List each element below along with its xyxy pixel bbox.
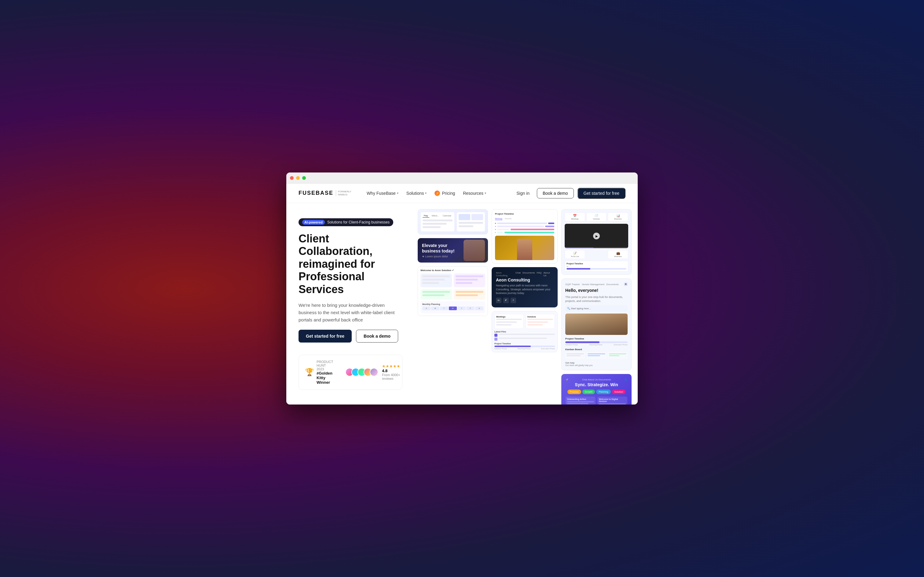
sync-content-grid: Onboarding Arthur Welcome to Digital Hor… xyxy=(565,396,627,405)
grid-cell xyxy=(420,289,452,300)
video-progress xyxy=(565,247,628,248)
logo-text: FUSEBASE xyxy=(299,190,333,196)
nav-resources[interactable]: Resources ▾ xyxy=(460,189,489,198)
sign-in-button[interactable]: Sign in xyxy=(513,189,533,198)
grid-cell xyxy=(454,274,485,287)
mini-nav-item: Play xyxy=(423,214,429,218)
screenshot-video-portal: 📅 Meetings 📄 Invoices 📊 Business xyxy=(561,209,632,275)
ai-badge: AI-powered Solutions for Client-Facing b… xyxy=(299,218,393,226)
video-player[interactable]: ▶ xyxy=(565,224,628,248)
elevate-title: Elevate yourbusiness today! xyxy=(422,243,484,254)
content-line xyxy=(459,222,483,224)
hello-title: Hello, everyone! xyxy=(565,288,628,293)
nav-why-fusebase[interactable]: Why FuseBase ▾ xyxy=(363,189,402,198)
social-proof: 🏆 PRODUCT HUNT 2023 #Golden Kitty Winner xyxy=(299,355,402,390)
screenshot-block-2 xyxy=(457,212,485,232)
dashboard-title: Welcome to Aeon Solution ✓ xyxy=(420,269,485,272)
content-line xyxy=(423,223,447,225)
meeting-cell: Meetings xyxy=(494,314,524,329)
chevron-down-icon: ▾ xyxy=(397,192,399,195)
sync-tag-planning: Planning xyxy=(596,390,611,394)
project-title: Project Timeline xyxy=(495,213,554,215)
hero-right: Play Milest... Calendar xyxy=(415,203,638,405)
screenshots-col-left: Play Milest... Calendar xyxy=(418,209,488,405)
page-content: FUSEBASE FORMERLYNIMBUS Why FuseBase ▾ S… xyxy=(286,184,638,405)
kanban-section: Kanban Board xyxy=(565,348,628,359)
mini-timeline: Project Timeline Initiation Phase Planni… xyxy=(494,343,555,350)
sync-cell-2: Welcome to Digital Horizon xyxy=(598,396,627,405)
grid-cell xyxy=(454,289,485,300)
project-tabs: Meetings Invoices xyxy=(495,218,554,220)
sync-tag-solution: Solution xyxy=(612,390,626,394)
planning-title: Monthly Planning xyxy=(422,303,483,305)
maximize-dot[interactable] xyxy=(302,176,306,180)
hero-buttons: Get started for free Book a demo xyxy=(299,330,402,343)
person-photo xyxy=(495,236,554,260)
portal-nav: SQIP Tracker Vendor Management Documents xyxy=(565,283,619,286)
aeon-nav: Aeon Consulting Chat Documents FAQ About… xyxy=(496,271,553,277)
sync-tag-process: Process xyxy=(567,390,581,394)
logo-formerly: FORMERLYNIMBUS xyxy=(336,190,351,196)
nav-links: Why FuseBase ▾ Solutions ▾ ⚡ Pricing Res… xyxy=(363,189,513,198)
sync-card: ⚡ Chat About Us Documents 👤 Sync. Strate… xyxy=(561,374,632,405)
kanban-progress xyxy=(586,352,606,359)
aeon-title: Aeon Consulting xyxy=(496,277,553,282)
aeon-social: in ✗ f xyxy=(496,298,553,303)
sync-cell: Onboarding Arthur xyxy=(565,396,596,405)
get-started-hero-button[interactable]: Get started for free xyxy=(299,330,352,343)
award-section: 🏆 PRODUCT HUNT 2023 #Golden Kitty Winner xyxy=(305,360,333,385)
play-button-icon[interactable]: ▶ xyxy=(593,233,600,239)
icon-grid-2: 📝 To-Do List 💼 Business xyxy=(565,250,628,259)
screenshot-block-1: Play Milest... Calendar xyxy=(420,212,455,232)
rating-info: ★★★★★ 4.8 From 4000+ reviews xyxy=(382,364,400,380)
hero-section: AI-powered Solutions for Client-Facing b… xyxy=(286,203,638,405)
hero-subtitle: We're here to bring your knowledge-drive… xyxy=(299,301,402,324)
sync-nav: ⚡ Chat About Us Documents 👤 xyxy=(565,378,627,381)
mini-nav: Play Milest... Calendar xyxy=(423,214,452,218)
sync-tags: Process Growth Planning Solution xyxy=(565,390,627,394)
award-title: #Golden Kitty Winner xyxy=(317,371,333,385)
hello-header: SQIP Tracker Vendor Management Documents… xyxy=(565,282,628,286)
grid-cell xyxy=(420,274,452,287)
elevate-subtitle: ★ Lorem ipsum dolor xyxy=(422,255,484,258)
screenshot-top: Play Milest... Calendar xyxy=(418,209,488,234)
logo[interactable]: FUSEBASE FORMERLYNIMBUS xyxy=(299,190,351,196)
minimize-dot[interactable] xyxy=(296,176,300,180)
icon-grid: 📅 Meetings 📄 Invoices 📊 Business xyxy=(565,213,628,221)
kanban-columns xyxy=(565,352,628,359)
book-demo-hero-button[interactable]: Book a demo xyxy=(356,330,398,343)
dashboard-content: Welcome to Aeon Solution ✓ xyxy=(418,266,488,316)
reviews-count: From 4000+ reviews xyxy=(382,373,400,380)
rating-score: 4.8 xyxy=(382,369,400,373)
hero-left: AI-powered Solutions for Client-Facing b… xyxy=(286,203,415,405)
hello-subtitle: This portal is your one-stop-hub for doc… xyxy=(565,295,628,303)
team-photo xyxy=(565,314,628,335)
nav-solutions[interactable]: Solutions ▾ xyxy=(403,189,430,198)
mini-nav-item: Calendar xyxy=(441,214,452,218)
book-demo-nav-button[interactable]: Book a demo xyxy=(537,188,574,198)
dashboard-grid xyxy=(420,274,485,300)
trophy-icon: 🏆 xyxy=(305,368,314,376)
planning-section: Monthly Planning S M T W T F S xyxy=(420,301,485,313)
browser-window: FUSEBASE FORMERLYNIMBUS Why FuseBase ▾ S… xyxy=(286,172,638,405)
meetings-grid: Meetings Invoices xyxy=(494,314,555,329)
nav-pricing[interactable]: ⚡ Pricing xyxy=(431,189,458,198)
twitter-icon: ✗ xyxy=(503,298,509,303)
get-started-nav-button[interactable]: Get started for free xyxy=(577,188,626,199)
search-bar[interactable]: 🔍 Start typing here... xyxy=(565,305,628,312)
ratings-section: ★★★★★ 4.8 From 4000+ reviews xyxy=(345,364,400,380)
badge-text: Solutions for Client-Facing businesses xyxy=(327,220,389,224)
get-help: Get help xyxy=(565,361,628,364)
close-dot[interactable] xyxy=(290,176,294,180)
avatar xyxy=(370,368,378,376)
hello-card: SQIP Tracker Vendor Management Documents… xyxy=(561,279,632,370)
sync-title: Sync. Strategize. Win xyxy=(565,382,627,387)
navigation: FUSEBASE FORMERLYNIMBUS Why FuseBase ▾ S… xyxy=(286,184,638,203)
project-timeline-mini: Project Timeline 28 xyxy=(565,261,628,271)
timeline-content xyxy=(495,222,554,233)
file-row xyxy=(494,338,555,341)
content-line xyxy=(459,225,473,227)
portal-menu-icon[interactable]: ⊞ xyxy=(624,282,628,286)
hero-title: Client Collaboration, reimagined for Pro… xyxy=(299,232,402,295)
pricing-icon: ⚡ xyxy=(435,190,440,196)
